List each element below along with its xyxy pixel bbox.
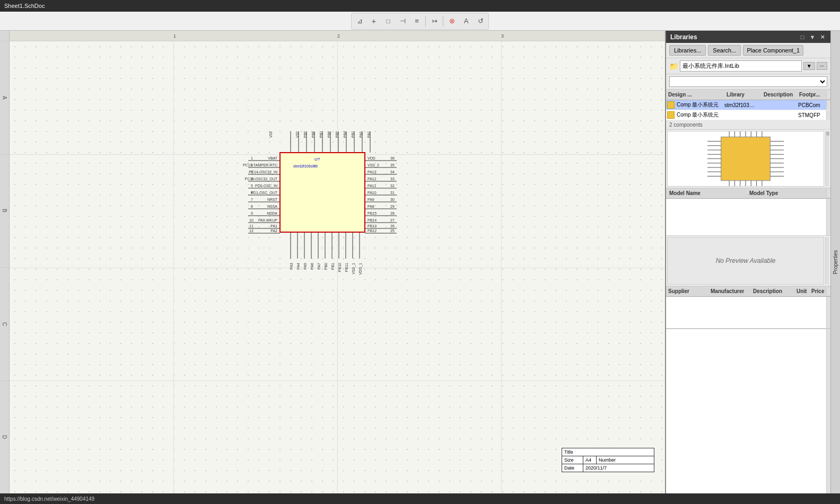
panel-close-btn[interactable]: ×	[819, 33, 826, 41]
col-footprint: Footpr...	[797, 91, 826, 99]
no-preview-area: No Preview Available	[667, 237, 824, 285]
model-content	[666, 199, 830, 236]
svg-text:28: 28	[390, 211, 395, 215]
bus-btn[interactable]: ≡	[410, 14, 424, 28]
comp-row-1[interactable]: Comp 最小系统元 stm32f103c8t6 PCBCom	[666, 100, 830, 110]
libraries-btn[interactable]: Libraries...	[669, 45, 706, 56]
svg-text:PA2: PA2	[270, 229, 277, 233]
svg-text:PB1: PB1	[331, 263, 335, 270]
netlabel-btn[interactable]: A	[459, 14, 473, 28]
svg-text:PA4: PA4	[296, 263, 300, 270]
svg-text:PB10: PB10	[338, 263, 342, 272]
preview-section	[666, 130, 830, 188]
filter-row	[666, 74, 830, 90]
component-chip[interactable]: VDD_3 VSS_3 PB9 PB8 PB7 PB6 PB5 PB4	[238, 131, 418, 281]
sup-col-price: Price	[809, 287, 826, 295]
svg-text:PB13: PB13	[368, 224, 377, 228]
svg-text:PA5: PA5	[303, 263, 307, 270]
panel-float-btn[interactable]: ▼	[808, 34, 817, 40]
panel-title: Libraries	[670, 33, 697, 41]
supplier-table-header: Supplier Manufacturer Description Unit P…	[666, 286, 830, 297]
number-cell: Number	[597, 456, 654, 464]
library-selector: 📁 最小系统元件库.IntLib ▼ ···	[666, 58, 830, 74]
svg-text:PB0: PB0	[324, 263, 328, 270]
model-col-name: Model Name	[666, 189, 746, 197]
no-preview-scrollbar	[825, 237, 829, 285]
rectangle-btn[interactable]: □	[381, 14, 395, 28]
comp-table-header: Design ... Library Description Footpr...	[666, 90, 830, 100]
svg-text:4: 4	[251, 177, 253, 181]
right-panel: Libraries □ ▼ × Libraries... Search... P…	[665, 31, 830, 493]
library-more-btn[interactable]: ···	[817, 62, 827, 70]
svg-text:VSS_3: VSS_3	[295, 131, 300, 138]
place-component-btn[interactable]: Place Component_1	[743, 45, 803, 56]
svg-text:8: 8	[251, 205, 253, 208]
svg-text:PB12: PB12	[368, 229, 377, 233]
svg-text:9: 9	[251, 211, 253, 215]
svg-text:31: 31	[390, 191, 395, 194]
svg-text:PB15: PB15	[368, 211, 377, 215]
size-val: A4	[583, 456, 597, 464]
comp-desc-2	[758, 114, 797, 116]
svg-text:27: 27	[390, 218, 395, 222]
undo-btn[interactable]: ↺	[474, 14, 487, 28]
preview-scrollbar	[825, 131, 829, 187]
svg-text:PD0-OSC_IN: PD0-OSC_IN	[255, 184, 277, 188]
svg-text:PA13: PA13	[368, 170, 377, 174]
svg-rect-22	[280, 153, 365, 232]
search-btn[interactable]: Search...	[708, 45, 741, 56]
sup-col-supplier: Supplier	[666, 287, 708, 295]
svg-text:PB14: PB14	[368, 218, 377, 222]
main-toolbar: ⊿ + □ ⊣ ≡ ↣ ⊗ A ↺	[0, 12, 840, 31]
svg-text:PA7: PA7	[317, 263, 321, 270]
filter-select[interactable]	[669, 76, 827, 87]
schematic-area[interactable]: 1 2 3 VDD_3 VSS_3	[10, 31, 665, 493]
chip-svg: VDD_3 VSS_3 PB9 PB8 PB7 PB6 PB5 PB4	[238, 131, 418, 280]
svg-text:PC15-OSC32_OUT: PC15-OSC32_OUT	[245, 177, 278, 181]
toolbar-separator	[425, 16, 426, 26]
svg-text:26: 26	[390, 224, 395, 228]
row-a: A	[0, 41, 9, 155]
app-title: Sheet1.SchDoc	[4, 3, 45, 9]
svg-text:7: 7	[251, 198, 253, 201]
svg-text:NSSA: NSSA	[267, 205, 277, 208]
svg-text:6: 6	[251, 191, 253, 194]
model-table-header: Model Name Model Type	[666, 188, 830, 199]
bottom-section	[666, 329, 830, 493]
svg-text:2: 2	[251, 163, 253, 167]
comp-foot-1: PCBCom	[797, 101, 826, 109]
add-btn[interactable]: +	[367, 14, 381, 28]
no-preview-section: No Preview Available	[666, 236, 830, 286]
component-count: 2 components	[666, 120, 830, 130]
junction-btn[interactable]: ↣	[427, 14, 441, 28]
svg-text:29: 29	[390, 205, 395, 208]
comp-row-2[interactable]: Comp 最小系统元 STMQFP	[666, 110, 830, 120]
comp-icon-1	[667, 101, 675, 109]
properties-tab[interactable]: Properties	[830, 31, 840, 493]
sup-col-unit: Unit	[794, 287, 809, 295]
toolbar-group: ⊿ + □ ⊣ ≡ ↣ ⊗ A ↺	[351, 13, 489, 30]
svg-text:PC14-OSC32_IN: PC14-OSC32_IN	[249, 170, 277, 174]
svg-text:30: 30	[390, 198, 395, 201]
library-dropdown-btn[interactable]: ▼	[803, 62, 815, 70]
row-d: D	[0, 381, 9, 494]
filter-btn[interactable]: ⊿	[353, 14, 366, 28]
svg-text:25: 25	[390, 229, 395, 233]
col-library: Library	[724, 91, 762, 99]
column-ruler: 1 2 3	[10, 31, 665, 41]
library-select-box[interactable]: 最小系统元件库.IntLib	[680, 60, 802, 72]
comp-lib-1: stm32f103c8t6	[723, 101, 758, 109]
bottom-scrollbar	[826, 329, 830, 493]
wire-btn[interactable]: ⊣	[396, 14, 409, 28]
supplier-scrollbar-top	[826, 287, 830, 295]
panel-dropdown-btn[interactable]: □	[799, 34, 806, 40]
svg-text:PA6: PA6	[310, 263, 314, 270]
svg-text:VDD_1: VDD_1	[358, 263, 363, 275]
comp-name-1: Comp 最小系统元	[676, 100, 723, 110]
comp-desc-1	[758, 104, 797, 106]
supplier-section: Supplier Manufacturer Description Unit P…	[666, 286, 830, 329]
panel-toolbar: Libraries... Search... Place Component_1	[666, 43, 830, 58]
svg-text:1: 1	[251, 156, 253, 160]
svg-text:PB11: PB11	[345, 263, 348, 272]
power-btn[interactable]: ⊗	[445, 14, 459, 28]
